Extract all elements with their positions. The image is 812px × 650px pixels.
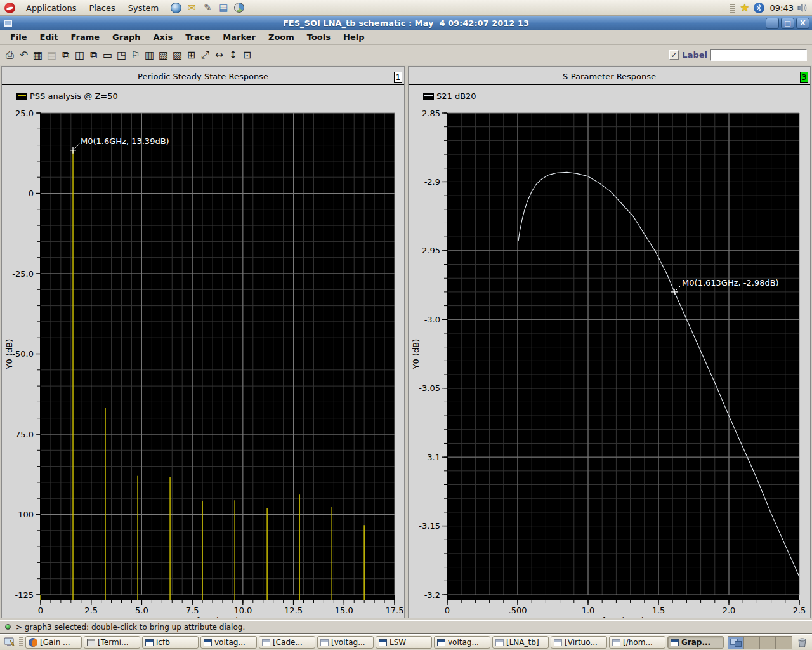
redhat-menu-icon[interactable]: [4, 3, 15, 13]
volume-icon[interactable]: [797, 3, 808, 13]
split-window-icon[interactable]: ◫: [73, 48, 86, 63]
pss-legend[interactable]: PSS analysis @ Z=50: [16, 91, 118, 101]
pss-pane-header: Periodic Steady State Response 1: [2, 67, 404, 85]
svg-text:0: 0: [29, 189, 34, 198]
workspace-cell[interactable]: [728, 637, 744, 649]
grid-icon[interactable]: ▦: [31, 48, 44, 63]
menu-axis[interactable]: Axis: [147, 30, 180, 44]
open-subwindow-icon[interactable]: ⧉: [87, 48, 100, 63]
svg-text:-3.1: -3.1: [424, 453, 440, 462]
sparam-response-plot[interactable]: 0.5001.01.52.02.5-2.85-2.9-2.95-3.0-3.05…: [409, 67, 810, 618]
task-button-label: [voltag...: [331, 638, 365, 647]
svg-text:17.5: 17.5: [386, 606, 404, 615]
task-button[interactable]: Grap...: [667, 636, 724, 649]
bluetooth-icon[interactable]: [754, 3, 764, 13]
panel-drag-handle[interactable]: [730, 2, 735, 13]
taskbar: [Gain ...[Termi...icfbvoltag...[Cade...[…: [0, 634, 812, 650]
panel-menu-places[interactable]: Places: [82, 0, 121, 16]
task-button[interactable]: [Termi...: [84, 636, 140, 649]
star-tray-icon[interactable]: ★: [740, 1, 749, 14]
pie-chart-icon[interactable]: [232, 1, 246, 15]
svg-text:-3.2: -3.2: [424, 590, 440, 600]
menu-edit[interactable]: Edit: [34, 30, 65, 44]
workspace-cell[interactable]: [760, 637, 776, 649]
menu-zoom[interactable]: Zoom: [262, 30, 301, 44]
sparam-legend[interactable]: S21 dB20: [423, 91, 476, 101]
menu-tools[interactable]: Tools: [301, 30, 337, 44]
calculator-icon[interactable]: ⊞: [185, 48, 198, 63]
show-desktop-icon[interactable]: [2, 636, 17, 649]
y-axis-label: Y0 (dB): [411, 339, 421, 370]
label-input[interactable]: [710, 49, 807, 61]
svg-text:-2.9: -2.9: [424, 177, 440, 187]
sparam-legend-swatch: [423, 93, 434, 100]
graph-window-icon[interactable]: ▭: [101, 48, 114, 63]
browser-icon[interactable]: [169, 1, 183, 15]
menu-help[interactable]: Help: [337, 30, 370, 44]
cut-waveform-icon[interactable]: ▧: [157, 48, 170, 63]
clock[interactable]: 09:43: [766, 3, 797, 13]
firefox-icon: [29, 638, 37, 647]
print-icon[interactable]: ⎙: [3, 48, 16, 63]
menu-graph[interactable]: Graph: [106, 30, 147, 44]
workspace-cell[interactable]: [776, 637, 792, 649]
shrink-window-icon[interactable]: ◳: [115, 48, 128, 63]
task-button[interactable]: [Cade...: [259, 636, 315, 649]
status-message: > graph3 selected: double-click to bring…: [16, 623, 245, 632]
taskbar-drag-handle[interactable]: [19, 637, 23, 649]
zoom-full-icon[interactable]: ⊡: [240, 48, 254, 63]
sparam-pane-header: S-Parameter Response 3: [409, 67, 810, 85]
svg-text:-3.15: -3.15: [419, 521, 440, 531]
overlay-waveform-icon[interactable]: ▨: [171, 48, 184, 63]
display-icon[interactable]: ▤: [216, 1, 230, 15]
table-icon[interactable]: ▥: [143, 48, 156, 63]
window-icon: [145, 639, 154, 646]
task-button[interactable]: [/hom...: [609, 636, 665, 649]
menu-trace[interactable]: Trace: [179, 30, 216, 44]
task-button-label: [Cade...: [273, 638, 303, 647]
window-titlebar[interactable]: FES_SOI LNA_tb schematic : May 4 09:42:0…: [0, 16, 812, 30]
task-button-label: [Termi...: [98, 638, 129, 647]
svg-text:1.5: 1.5: [652, 606, 665, 615]
notes-icon[interactable]: ✎: [200, 1, 214, 15]
task-button[interactable]: LSW: [376, 636, 432, 649]
pss-graph-badge: 1: [394, 72, 402, 83]
trash-icon[interactable]: [797, 637, 807, 647]
menu-file[interactable]: File: [4, 30, 34, 44]
copy-window-icon[interactable]: ⧉: [59, 48, 72, 63]
label-checkbox[interactable]: ✓: [669, 50, 679, 60]
task-button-label: [Gain ...: [40, 638, 70, 647]
svg-text:.500: .500: [509, 606, 527, 615]
workspace-cell[interactable]: [744, 637, 760, 649]
task-button[interactable]: [Virtuo...: [551, 636, 607, 649]
minimize-button[interactable]: _: [766, 18, 779, 29]
maximize-button[interactable]: □: [781, 18, 794, 29]
window-icon: [320, 639, 329, 646]
panel-launchers: ✉ ✎ ▤: [169, 1, 246, 15]
close-button[interactable]: X: [796, 18, 809, 29]
fit-icon[interactable]: ⤢: [199, 48, 212, 63]
fit-y-icon[interactable]: ↕: [226, 48, 240, 63]
task-button[interactable]: icfb: [142, 636, 199, 649]
svg-text:-50.0: -50.0: [12, 349, 34, 359]
task-button[interactable]: voltag...: [434, 636, 490, 649]
task-button[interactable]: voltag...: [200, 636, 257, 649]
workspace-switcher[interactable]: [728, 636, 792, 649]
email-icon[interactable]: ✉: [185, 1, 199, 15]
menu-frame[interactable]: Frame: [64, 30, 106, 44]
task-button[interactable]: [Gain ...: [25, 636, 82, 649]
task-button[interactable]: [voltag...: [317, 636, 374, 649]
sparam-response-pane: 0.5001.01.52.02.5-2.85-2.9-2.95-3.0-3.05…: [408, 66, 811, 618]
label-flag-icon[interactable]: ⚐: [129, 48, 142, 63]
fit-x-icon[interactable]: ↔: [213, 48, 226, 63]
task-button[interactable]: [LNA_tb]: [492, 636, 549, 649]
panel-menu-applications[interactable]: Applications: [20, 0, 82, 16]
window-icon: [671, 639, 679, 646]
menu-marker[interactable]: Marker: [216, 30, 262, 44]
pss-response-plot[interactable]: 02.55.07.510.012.515.017.525.00-25.0-50.…: [2, 67, 404, 618]
strip-chart-icon[interactable]: ▤: [45, 48, 58, 63]
sparam-legend-label: S21 dB20: [436, 91, 476, 101]
undo-icon[interactable]: ↶: [17, 48, 30, 63]
svg-text:-3.05: -3.05: [419, 383, 440, 393]
panel-menu-system[interactable]: System: [122, 0, 165, 16]
